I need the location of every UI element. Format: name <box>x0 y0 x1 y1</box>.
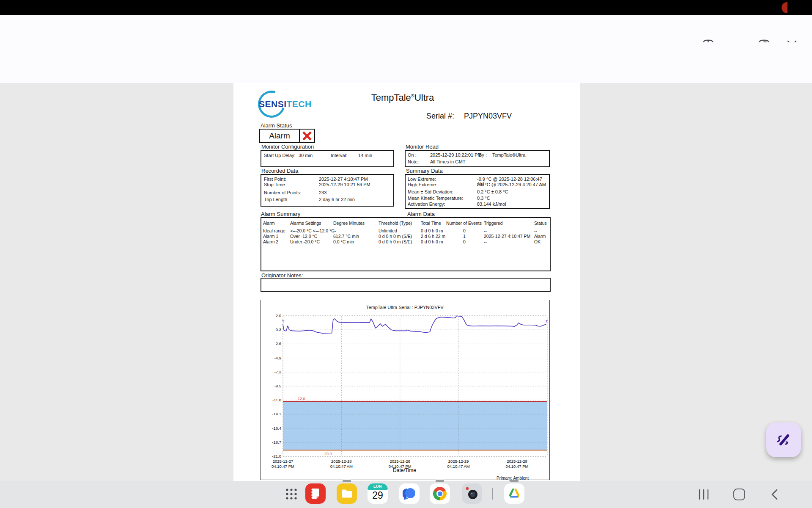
running-app-pill <box>436 480 444 482</box>
field-text: 2.0 °C @ 2025-12-29 4:20:47 AM <box>477 182 546 187</box>
field-text: 2 day 6 hr 22 min <box>319 197 355 202</box>
field-text: Low Extreme: <box>408 177 436 182</box>
field-text: Alarm <box>534 234 546 239</box>
field-text: 2025-12-27 4:10:47 PM <box>319 177 368 182</box>
originator-notes-box[interactable] <box>261 278 551 292</box>
registered-mark: ® <box>411 93 414 98</box>
read-by-label: By : <box>479 152 487 157</box>
read-note-label: Note: <box>408 159 419 164</box>
y-tick-label: -18.7 <box>272 440 281 444</box>
y-tick-label: -21.0 <box>272 454 281 458</box>
monitor-config-heading: Monitor Configuration <box>261 144 314 150</box>
folder-icon <box>340 487 353 500</box>
alarm-status-box: Alarm <box>259 129 315 143</box>
y-tick-label: -0.3 <box>274 327 281 332</box>
field-text: -- <box>333 228 336 233</box>
screen: PJPYN03VFV_0.pdf <box>0 0 812 508</box>
read-on-label: On : <box>408 152 417 157</box>
field-text: 0.2 °C ± 0.8 °C <box>477 189 508 194</box>
field-text: >=-20.0 °C <=-12.0 °C <box>290 228 335 233</box>
y-tick-label: -2.6 <box>274 341 281 346</box>
logo-text-tech: TECH <box>287 99 312 109</box>
field-text: 612.7 °C min <box>333 234 359 239</box>
y-tick-label: -4.9 <box>274 356 281 360</box>
y-tick-label: -11.8 <box>272 398 281 402</box>
x-tick-date: 2025-12-29 <box>448 459 469 464</box>
read-by-value: TempTale®Ultra <box>492 152 525 157</box>
alarm-status-heading: Alarm Status <box>261 122 292 129</box>
app-chrome-button[interactable] <box>430 483 450 504</box>
field-text: 83.144 kJ/mol <box>477 202 506 207</box>
report-title-name: TempTale <box>371 92 411 103</box>
report-title-suffix: Ultra <box>414 92 434 103</box>
chart-svg: 2.0-0.3-2.6-4.9-7.2-9.5-11.8-14.1-16.4-1… <box>261 300 549 480</box>
nav-home-button[interactable] <box>731 486 748 503</box>
field-text: Number of Points: <box>264 190 301 195</box>
app-notes-button[interactable] <box>305 483 326 504</box>
nav-back-button[interactable] <box>766 486 783 503</box>
monitor-config-box: Start Up Delay: 30 min Interval: 14 min <box>261 150 394 167</box>
calendar-day-label: 29 <box>368 490 388 501</box>
summary-data-box: Low Extreme:-0.9 °C @ 2025-12-28 12:06:4… <box>405 174 550 209</box>
chart-xlabel: Date/Time <box>260 467 549 473</box>
field-text: 0.3 °C <box>477 196 490 201</box>
field-text: Unlimited <box>379 228 397 233</box>
app-drawer-button[interactable] <box>285 488 298 502</box>
pdf-toolbar: PJPYN03VFV_0.pdf <box>0 42 812 83</box>
field-text: Stop Time <box>264 182 285 187</box>
field-text: 1 <box>456 234 473 239</box>
chrome-icon <box>433 487 447 500</box>
app-drive-button[interactable] <box>504 483 524 504</box>
app-calendar-button[interactable]: LUN 29 <box>368 483 388 504</box>
field-text: Alarm 2 <box>263 239 278 244</box>
window-titlebar <box>0 15 812 42</box>
field-text: -- <box>534 228 537 233</box>
field-text: 0 d 0 h 0 m <box>421 228 443 233</box>
recents-icon <box>698 489 709 500</box>
taskbar-divider <box>492 488 493 500</box>
logo-text-sensi: SENSI <box>259 99 287 109</box>
monitor-read-heading: Monitor Read <box>406 144 439 150</box>
field-text: 233 <box>319 190 326 195</box>
y-tick-label: 2.0 <box>276 313 281 318</box>
status-bar <box>0 0 812 15</box>
field-text: 2025-12-29 10:21:59 PM <box>319 182 370 187</box>
camera-icon <box>462 483 482 504</box>
logo-text: SENSITECH <box>259 99 312 109</box>
running-app-pill <box>510 480 518 482</box>
field-text: Number of Events <box>446 221 482 226</box>
field-text: 0.0 °C min <box>333 239 354 244</box>
content-area[interactable]: SENSITECH TempTale®Ultra Serial #: PJPYN… <box>0 83 812 508</box>
signature-pen-icon <box>775 431 793 449</box>
alarm-x-icon <box>300 130 314 142</box>
field-text: 2025-12-27 4:10:47 PM <box>484 234 530 239</box>
field-text: Under -20.0 °C <box>290 239 320 244</box>
interval-value: 14 min <box>358 153 372 158</box>
field-text: Threshold (Type) <box>379 221 412 226</box>
field-text: Alarm 1 <box>263 234 278 239</box>
recording-indicator-icon <box>782 2 787 13</box>
drive-icon <box>508 487 521 500</box>
x-tick-date: 2025-12-27 <box>273 459 294 464</box>
alarm-data-heading: Alarm Data <box>407 211 435 217</box>
read-note-value: All Times in GMT <box>430 159 466 164</box>
app-my-files-button[interactable] <box>337 483 357 504</box>
recorded-data-box: First Point:2025-12-27 4:10:47 PMStop Ti… <box>261 174 394 207</box>
alarm-summary-heading: Alarm Summary <box>261 211 300 217</box>
home-icon <box>733 489 745 500</box>
high-threshold-label: -12.0 <box>296 397 305 401</box>
messages-icon <box>403 487 416 500</box>
field-text: High Extreme: <box>408 182 437 187</box>
app-messages-button[interactable] <box>399 483 420 504</box>
serial-label: Serial #: <box>426 112 454 120</box>
sensitech-logo: SENSITECH <box>257 91 316 117</box>
field-text: Alarm <box>263 221 274 226</box>
app-camera-button[interactable] <box>462 483 482 504</box>
annotate-fab[interactable] <box>766 422 801 457</box>
x-tick-date: 2025-12-28 <box>390 459 410 464</box>
chart-box: TempTale Ultra Serial : PJPYN03VFV 2.0-0… <box>260 300 550 480</box>
field-text: Ideal range <box>263 228 285 233</box>
nav-recents-button[interactable] <box>695 486 712 503</box>
alarm-table: AlarmAlarms SettingsDegree MinutesThresh… <box>261 217 551 271</box>
calendar-month-label: LUN <box>368 483 388 490</box>
